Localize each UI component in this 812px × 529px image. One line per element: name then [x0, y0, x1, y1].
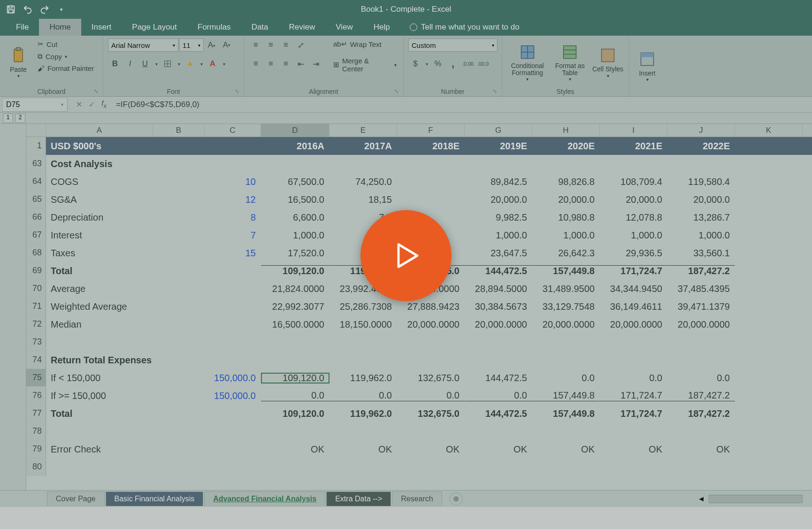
- row-header[interactable]: 63: [26, 155, 46, 173]
- row-header[interactable]: 70: [26, 280, 46, 298]
- row-header[interactable]: 66: [26, 208, 46, 226]
- col-header-C[interactable]: C: [205, 124, 261, 137]
- align-bottom-icon[interactable]: ≡: [279, 38, 293, 52]
- cell[interactable]: Cost Analysis: [46, 159, 153, 169]
- name-box[interactable]: D75▾: [2, 98, 68, 112]
- sheet-tab[interactable]: Cover Page: [47, 491, 105, 506]
- italic-button[interactable]: I: [123, 57, 137, 70]
- format-painter-button[interactable]: 🖌Format Painter: [36, 63, 96, 74]
- cell[interactable]: OK: [397, 444, 465, 455]
- cell[interactable]: 20,000.0000: [397, 319, 465, 330]
- cell[interactable]: 9,982.5: [465, 212, 532, 223]
- cell[interactable]: 144,472.5: [465, 265, 532, 276]
- row-header[interactable]: 80: [26, 458, 46, 476]
- align-left-icon[interactable]: ≡: [249, 57, 263, 70]
- cell[interactable]: 0.0: [667, 373, 735, 383]
- cell[interactable]: 132,675.0: [397, 373, 465, 383]
- new-sheet-button[interactable]: ⊕: [450, 492, 463, 506]
- row-header[interactable]: 75: [26, 369, 46, 387]
- undo-icon[interactable]: [23, 4, 33, 15]
- cell[interactable]: Total: [46, 408, 153, 419]
- increase-font-icon[interactable]: A▴: [205, 38, 219, 52]
- cell-D1[interactable]: 2016A: [261, 141, 329, 152]
- cell[interactable]: 119,580.4: [667, 176, 735, 187]
- row-header[interactable]: 68: [26, 244, 46, 262]
- sheet-tab[interactable]: Research: [392, 491, 442, 506]
- cell[interactable]: SG&A: [46, 194, 153, 205]
- cell[interactable]: OK: [261, 444, 329, 455]
- borders-dropdown-icon[interactable]: ▾: [176, 57, 182, 70]
- cell[interactable]: 13,286.7: [667, 212, 735, 223]
- row-header[interactable]: 74: [26, 351, 46, 369]
- sheet-tab[interactable]: Extra Data -->: [326, 491, 391, 506]
- scroll-left-icon[interactable]: ◄: [697, 495, 705, 503]
- align-right-icon[interactable]: ≡: [279, 57, 293, 70]
- cell[interactable]: 36,149.4611: [600, 301, 667, 312]
- cell[interactable]: 144,472.5: [465, 408, 532, 419]
- qat-dropdown-icon[interactable]: ▾: [56, 4, 67, 15]
- cell[interactable]: 109,120.0: [261, 408, 329, 419]
- cell[interactable]: 74,250.0: [329, 176, 397, 187]
- cell[interactable]: 108,709.4: [600, 176, 667, 187]
- col-header-F[interactable]: F: [397, 124, 465, 137]
- decrease-decimal-icon[interactable]: .00.0: [476, 57, 490, 70]
- cell-H1[interactable]: 2020E: [532, 141, 600, 152]
- cell[interactable]: 10,980.8: [532, 212, 600, 223]
- cell[interactable]: 20,000.0: [532, 194, 600, 205]
- formula-input[interactable]: =IF(D69<$C$75,D69,0): [112, 100, 812, 109]
- cell[interactable]: 23,647.5: [465, 248, 532, 259]
- row-header[interactable]: 71: [26, 298, 46, 315]
- copy-button[interactable]: ⧉Copy ▾: [36, 51, 96, 62]
- cell[interactable]: 26,642.3: [532, 248, 600, 259]
- cell[interactable]: 8: [205, 212, 261, 223]
- cell[interactable]: Depreciation: [46, 212, 153, 223]
- tell-me-search[interactable]: Tell me what you want to do: [400, 19, 529, 36]
- font-color-dropdown-icon[interactable]: ▾: [221, 57, 227, 70]
- cell[interactable]: 119,962.0: [329, 408, 397, 419]
- row-header[interactable]: 73: [26, 333, 46, 351]
- col-header-J[interactable]: J: [667, 124, 735, 137]
- cell[interactable]: 1,000.0: [261, 230, 329, 241]
- cell[interactable]: 25,286.7308: [329, 301, 397, 312]
- cell[interactable]: Interest: [46, 230, 153, 241]
- tab-review[interactable]: Review: [279, 19, 326, 36]
- cell[interactable]: 0.0: [329, 390, 397, 401]
- cell[interactable]: 22,992.3077: [261, 301, 329, 312]
- cell-G1[interactable]: 2019E: [465, 141, 532, 152]
- dialog-launcher-icon[interactable]: ⤡: [94, 88, 98, 94]
- cell[interactable]: COGS: [46, 176, 153, 187]
- dialog-launcher-icon[interactable]: ⤡: [394, 88, 398, 94]
- dialog-launcher-icon[interactable]: ⤡: [235, 88, 239, 94]
- cell[interactable]: 7: [205, 230, 261, 241]
- cell[interactable]: Return Total Expenses: [46, 355, 153, 366]
- wrap-text-button[interactable]: ab↵Wrap Text: [331, 38, 398, 50]
- cell[interactable]: 20,000.0000: [667, 319, 735, 330]
- cell[interactable]: Weighted Average: [46, 301, 153, 312]
- cell[interactable]: 10: [205, 176, 261, 187]
- cell[interactable]: 17,520.0: [261, 248, 329, 259]
- grid[interactable]: A B C D E F G H I J K 1 USD $000's 2016A…: [26, 124, 812, 490]
- cell[interactable]: OK: [600, 444, 667, 455]
- accounting-dropdown-icon[interactable]: ▾: [423, 57, 430, 70]
- cell[interactable]: OK: [329, 444, 397, 455]
- cell[interactable]: Average: [46, 284, 153, 294]
- cell[interactable]: 1,000.0: [600, 230, 667, 241]
- align-top-icon[interactable]: ≡: [249, 38, 263, 52]
- row-header[interactable]: 77: [26, 405, 46, 422]
- decrease-indent-icon[interactable]: ⇤: [294, 57, 308, 70]
- col-header-H[interactable]: H: [532, 124, 600, 137]
- cell[interactable]: 0.0: [600, 373, 667, 383]
- cell[interactable]: 0.0: [397, 390, 465, 401]
- outline-level-2[interactable]: 2: [15, 114, 25, 123]
- outline-level-1[interactable]: 1: [3, 114, 13, 123]
- save-icon[interactable]: [6, 4, 16, 15]
- cell[interactable]: 171,724.7: [600, 408, 667, 419]
- percent-format-icon[interactable]: %: [431, 57, 445, 70]
- decrease-font-icon[interactable]: A▾: [220, 38, 234, 52]
- cell[interactable]: 33,560.1: [667, 248, 735, 259]
- row-header[interactable]: 76: [26, 387, 46, 405]
- col-header-D[interactable]: D: [261, 124, 329, 137]
- col-header-B[interactable]: B: [153, 124, 205, 137]
- comma-format-icon[interactable]: ,: [446, 57, 460, 70]
- tab-page-layout[interactable]: Page Layout: [122, 19, 187, 36]
